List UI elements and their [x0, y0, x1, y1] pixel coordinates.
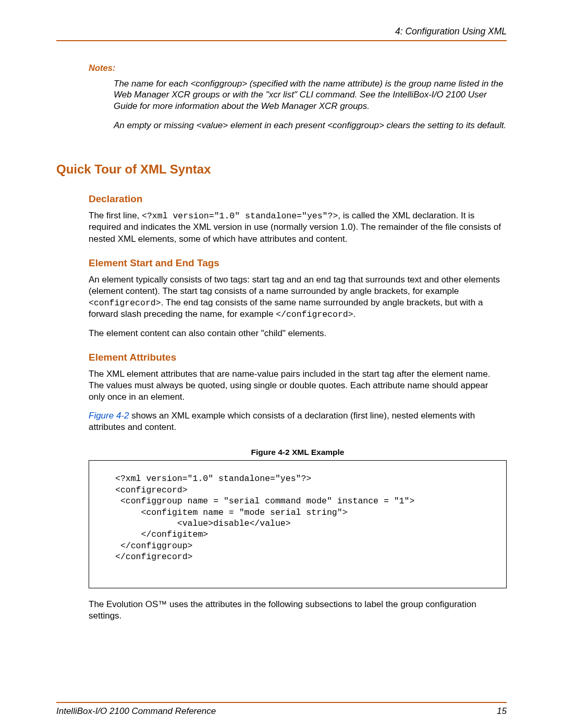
inline-code: <?xml version="1.0" standalone="yes"?> [142, 211, 338, 221]
paragraph: The XML element attributes that are name… [89, 368, 507, 403]
section-heading: Quick Tour of XML Syntax [56, 162, 507, 177]
code-example-box: <?xml version="1.0" standalone="yes"?> <… [89, 460, 507, 588]
text-run: The first line, [89, 211, 142, 220]
note-item: An empty or missing <value> element in e… [114, 120, 507, 131]
footer-doc-title: IntelliBox-I/O 2100 Command Reference [56, 706, 216, 717]
content-block: Declaration The first line, <?xml versio… [89, 193, 507, 622]
subsection-heading: Declaration [89, 193, 507, 205]
paragraph: The element content can also contain oth… [89, 328, 507, 339]
paragraph: An element typically consists of two tag… [89, 274, 507, 320]
text-run: shows an XML example which consists of a… [89, 411, 475, 432]
notes-block: Notes: The name for each <configgroup> (… [89, 63, 507, 131]
inline-code: </configrecord> [276, 310, 353, 319]
running-header: 4: Configuration Using XML [56, 26, 507, 40]
text-run: An element typically consists of two tag… [89, 275, 500, 296]
page: 4: Configuration Using XML Notes: The na… [0, 0, 563, 728]
subsection-heading: Element Attributes [89, 352, 507, 363]
footer: IntelliBox-I/O 2100 Command Reference 15 [56, 706, 507, 717]
paragraph: Figure 4-2 shows an XML example which co… [89, 410, 507, 433]
header-rule [56, 40, 507, 41]
subsection-heading: Element Start and End Tags [89, 257, 507, 269]
figure-caption: Figure 4-2 XML Example [89, 448, 507, 457]
figure-reference-link[interactable]: Figure 4-2 [89, 411, 129, 421]
inline-code: <configrecord> [89, 298, 161, 308]
spacer [56, 629, 507, 686]
paragraph: The Evolution OS™ uses the attributes in… [89, 599, 507, 622]
page-number: 15 [497, 706, 507, 717]
note-item: The name for each <configgroup> (specifi… [114, 78, 507, 112]
paragraph: The first line, <?xml version="1.0" stan… [89, 210, 507, 245]
notes-label: Notes: [89, 63, 507, 73]
text-run: . [353, 309, 356, 319]
footer-rule [56, 702, 507, 703]
chapter-label: 4: Configuration Using XML [395, 26, 507, 36]
